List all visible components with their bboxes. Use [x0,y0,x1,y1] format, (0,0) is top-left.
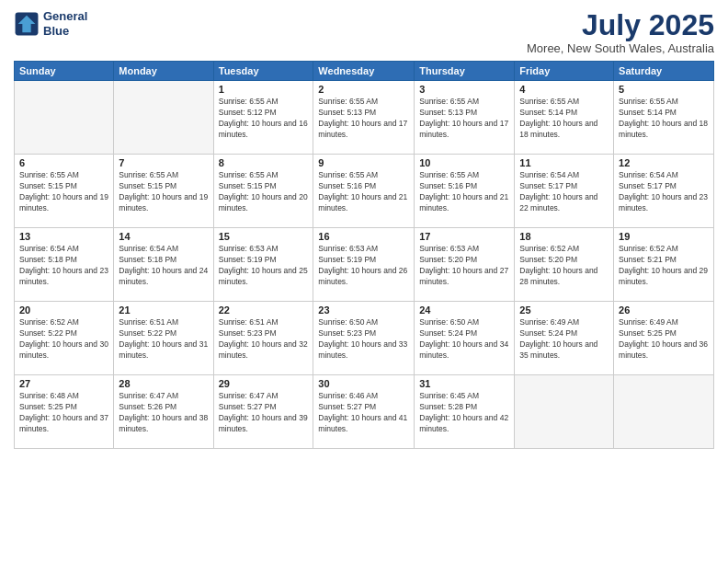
day-number: 12 [619,157,709,168]
day-number: 6 [19,157,108,168]
subtitle: Moree, New South Wales, Australia [527,41,714,55]
day-info: Sunrise: 6:55 AMSunset: 5:14 PMDaylight:… [519,97,609,141]
weekday-header: Sunday [15,62,114,81]
day-info: Sunrise: 6:49 AMSunset: 5:25 PMDaylight:… [619,317,709,362]
day-number: 17 [419,231,509,242]
day-info: Sunrise: 6:55 AMSunset: 5:15 PMDaylight:… [219,170,309,214]
calendar-table: SundayMondayTuesdayWednesdayThursdayFrid… [14,61,714,449]
weekday-header: Friday [515,62,614,81]
day-info: Sunrise: 6:52 AMSunset: 5:21 PMDaylight:… [619,244,709,288]
calendar-cell: 14Sunrise: 6:54 AMSunset: 5:18 PMDayligh… [114,228,213,302]
day-info: Sunrise: 6:55 AMSunset: 5:13 PMDaylight:… [419,97,509,141]
day-number: 24 [419,304,509,316]
day-number: 14 [119,231,208,242]
calendar-cell: 11Sunrise: 6:54 AMSunset: 5:17 PMDayligh… [515,155,614,228]
calendar-cell: 22Sunrise: 6:51 AMSunset: 5:23 PMDayligh… [213,302,313,375]
calendar-cell [114,81,213,155]
calendar-cell: 7Sunrise: 6:55 AMSunset: 5:15 PMDaylight… [114,155,213,228]
weekday-header: Monday [114,62,213,81]
calendar-week-row: 13Sunrise: 6:54 AMSunset: 5:18 PMDayligh… [15,228,714,302]
day-info: Sunrise: 6:45 AMSunset: 5:28 PMDaylight:… [419,391,509,435]
calendar-cell [15,81,114,155]
day-info: Sunrise: 6:51 AMSunset: 5:23 PMDaylight:… [219,317,309,362]
day-info: Sunrise: 6:54 AMSunset: 5:17 PMDaylight:… [519,170,609,214]
calendar-cell: 20Sunrise: 6:52 AMSunset: 5:22 PMDayligh… [15,302,114,375]
day-number: 10 [419,157,509,168]
calendar-week-row: 6Sunrise: 6:55 AMSunset: 5:15 PMDaylight… [15,155,714,228]
calendar-cell: 24Sunrise: 6:50 AMSunset: 5:24 PMDayligh… [415,302,515,375]
day-info: Sunrise: 6:48 AMSunset: 5:25 PMDaylight:… [19,391,108,435]
title-block: July 2025 Moree, New South Wales, Austra… [527,9,714,55]
day-number: 2 [318,84,409,95]
day-number: 21 [119,304,208,316]
day-info: Sunrise: 6:49 AMSunset: 5:24 PMDaylight:… [519,317,609,362]
day-info: Sunrise: 6:53 AMSunset: 5:20 PMDaylight:… [419,244,509,288]
day-info: Sunrise: 6:55 AMSunset: 5:12 PMDaylight:… [219,97,309,141]
calendar-cell: 4Sunrise: 6:55 AMSunset: 5:14 PMDaylight… [515,81,614,155]
page: General Blue July 2025 Moree, New South … [0,0,728,563]
logo-icon [14,11,40,37]
calendar-cell [515,375,614,449]
day-number: 5 [619,84,709,95]
day-info: Sunrise: 6:47 AMSunset: 5:27 PMDaylight:… [219,391,309,435]
calendar-week-row: 20Sunrise: 6:52 AMSunset: 5:22 PMDayligh… [15,302,714,375]
calendar-cell: 2Sunrise: 6:55 AMSunset: 5:13 PMDaylight… [313,81,415,155]
calendar-cell: 29Sunrise: 6:47 AMSunset: 5:27 PMDayligh… [213,375,313,449]
day-info: Sunrise: 6:50 AMSunset: 5:24 PMDaylight:… [419,317,509,362]
day-number: 19 [619,231,709,242]
day-number: 15 [219,231,309,242]
day-info: Sunrise: 6:54 AMSunset: 5:18 PMDaylight:… [19,244,108,288]
calendar-cell: 10Sunrise: 6:55 AMSunset: 5:16 PMDayligh… [415,155,515,228]
day-info: Sunrise: 6:50 AMSunset: 5:23 PMDaylight:… [318,317,409,362]
calendar-cell: 3Sunrise: 6:55 AMSunset: 5:13 PMDaylight… [415,81,515,155]
day-info: Sunrise: 6:55 AMSunset: 5:15 PMDaylight:… [119,170,208,214]
day-info: Sunrise: 6:54 AMSunset: 5:18 PMDaylight:… [119,244,208,288]
calendar-cell: 26Sunrise: 6:49 AMSunset: 5:25 PMDayligh… [614,302,714,375]
day-number: 26 [619,304,709,316]
day-number: 3 [419,84,509,95]
logo: General Blue [14,9,87,38]
weekday-header: Tuesday [213,62,313,81]
calendar-cell: 21Sunrise: 6:51 AMSunset: 5:22 PMDayligh… [114,302,213,375]
day-number: 9 [318,157,409,168]
day-number: 20 [19,304,108,316]
calendar-cell: 1Sunrise: 6:55 AMSunset: 5:12 PMDaylight… [213,81,313,155]
day-number: 16 [318,231,409,242]
day-info: Sunrise: 6:47 AMSunset: 5:26 PMDaylight:… [119,391,208,435]
weekday-header: Saturday [614,62,714,81]
day-number: 7 [119,157,208,168]
logo-text: General Blue [43,9,87,38]
calendar-cell: 5Sunrise: 6:55 AMSunset: 5:14 PMDaylight… [614,81,714,155]
day-info: Sunrise: 6:55 AMSunset: 5:16 PMDaylight:… [419,170,509,214]
calendar-cell: 25Sunrise: 6:49 AMSunset: 5:24 PMDayligh… [515,302,614,375]
calendar-cell: 15Sunrise: 6:53 AMSunset: 5:19 PMDayligh… [213,228,313,302]
day-number: 31 [419,378,509,389]
header: General Blue July 2025 Moree, New South … [14,9,714,55]
calendar-cell: 9Sunrise: 6:55 AMSunset: 5:16 PMDaylight… [313,155,415,228]
day-info: Sunrise: 6:55 AMSunset: 5:14 PMDaylight:… [619,97,709,141]
day-number: 25 [519,304,609,316]
day-number: 22 [219,304,309,316]
day-number: 29 [219,378,309,389]
day-info: Sunrise: 6:55 AMSunset: 5:15 PMDaylight:… [19,170,108,214]
calendar-cell: 13Sunrise: 6:54 AMSunset: 5:18 PMDayligh… [15,228,114,302]
day-number: 11 [519,157,609,168]
day-info: Sunrise: 6:55 AMSunset: 5:13 PMDaylight:… [318,97,409,141]
day-number: 18 [519,231,609,242]
day-number: 13 [19,231,108,242]
weekday-header: Thursday [415,62,515,81]
day-info: Sunrise: 6:46 AMSunset: 5:27 PMDaylight:… [318,391,409,435]
day-number: 4 [519,84,609,95]
calendar-week-row: 1Sunrise: 6:55 AMSunset: 5:12 PMDaylight… [15,81,714,155]
calendar-cell: 19Sunrise: 6:52 AMSunset: 5:21 PMDayligh… [614,228,714,302]
weekday-header: Wednesday [313,62,415,81]
day-number: 8 [219,157,309,168]
calendar-cell: 17Sunrise: 6:53 AMSunset: 5:20 PMDayligh… [415,228,515,302]
calendar-header-row: SundayMondayTuesdayWednesdayThursdayFrid… [15,62,714,81]
calendar-cell: 6Sunrise: 6:55 AMSunset: 5:15 PMDaylight… [15,155,114,228]
day-number: 30 [318,378,409,389]
day-info: Sunrise: 6:55 AMSunset: 5:16 PMDaylight:… [318,170,409,214]
day-number: 27 [19,378,108,389]
calendar-cell: 28Sunrise: 6:47 AMSunset: 5:26 PMDayligh… [114,375,213,449]
calendar-cell: 23Sunrise: 6:50 AMSunset: 5:23 PMDayligh… [313,302,415,375]
